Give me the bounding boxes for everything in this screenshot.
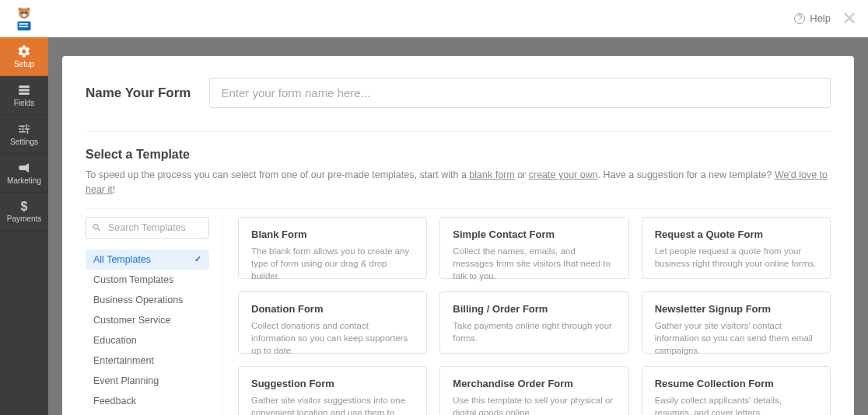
svg-rect-7	[19, 23, 28, 24]
grid-icon	[17, 83, 31, 97]
svg-point-1	[18, 7, 22, 11]
template-card-simple-contact[interactable]: Simple Contact Form Collect the names, e…	[439, 217, 628, 279]
template-desc: Collect the names, emails, and messages …	[453, 245, 615, 282]
category-label: Customer Service	[93, 315, 170, 326]
category-business-operations[interactable]: Business Operations	[86, 290, 209, 310]
svg-rect-11	[19, 92, 30, 95]
category-all-templates[interactable]: All Templates ✓	[86, 249, 209, 270]
search-icon	[92, 222, 102, 232]
name-form-title: Name Your Form	[86, 85, 191, 101]
template-title: Billing / Order Form	[453, 303, 615, 315]
sidebar-item-label: Settings	[10, 138, 38, 146]
app-logo	[11, 5, 37, 32]
category-health-wellness[interactable]: Health & Wellness	[86, 411, 209, 416]
category-label: Education	[93, 335, 137, 346]
category-label: Feedback	[93, 396, 136, 406]
category-feedback[interactable]: Feedback	[86, 391, 209, 411]
dollar-icon: $	[21, 201, 28, 213]
close-button[interactable]: ✕	[842, 9, 857, 28]
template-title: Suggestion Form	[251, 378, 414, 389]
svg-point-3	[21, 12, 23, 13]
svg-rect-6	[18, 21, 31, 30]
help-button[interactable]: ? Help	[794, 12, 831, 24]
help-icon: ?	[794, 13, 805, 24]
template-desc: Let people request a quote from your bus…	[655, 245, 817, 270]
template-card-newsletter[interactable]: Newsletter Signup Form Gather your site …	[642, 291, 831, 354]
search-templates-input[interactable]	[86, 217, 209, 239]
template-desc: Gather your site visitors' contact infor…	[655, 319, 817, 357]
svg-rect-10	[19, 89, 30, 92]
sidebar-item-marketing[interactable]: Marketing	[0, 154, 48, 193]
template-card-billing-order[interactable]: Billing / Order Form Take payments onlin…	[439, 291, 628, 354]
template-title: Blank Form	[251, 228, 414, 240]
template-card-resume[interactable]: Resume Collection Form Easily collect ap…	[642, 366, 831, 416]
sidebar-item-payments[interactable]: $ Payments	[0, 193, 48, 232]
category-label: All Templates	[93, 254, 151, 265]
template-grid: Blank Form The blank form allows you to …	[222, 217, 831, 416]
sidebar: Setup Fields Settings Marketing $ Paymen…	[0, 37, 48, 415]
category-label: Business Operations	[93, 295, 183, 305]
sidebar-item-setup[interactable]: Setup	[0, 37, 48, 76]
template-title: Simple Contact Form	[453, 228, 615, 240]
sidebar-item-settings[interactable]: Settings	[0, 115, 48, 154]
category-customer-service[interactable]: Customer Service	[86, 310, 209, 330]
template-title: Request a Quote Form	[655, 228, 817, 240]
create-your-own-link[interactable]: create your own	[529, 169, 598, 180]
bullhorn-icon	[17, 161, 31, 175]
template-desc: Collect donations and contact informatio…	[251, 319, 414, 357]
template-card-merchandise[interactable]: Merchandise Order Form Use this template…	[439, 366, 628, 416]
category-label: Custom Templates	[93, 274, 173, 285]
template-title: Merchandise Order Form	[453, 378, 615, 389]
category-list: All Templates ✓ Custom Templates Busines…	[86, 249, 209, 416]
sidebar-item-label: Payments	[7, 214, 41, 223]
svg-point-2	[26, 7, 30, 11]
template-card-blank-form[interactable]: Blank Form The blank form allows you to …	[238, 217, 427, 279]
sliders-icon	[17, 122, 31, 136]
category-label: Entertainment	[93, 355, 154, 366]
category-event-planning[interactable]: Event Planning	[86, 371, 209, 391]
category-label: Event Planning	[93, 375, 159, 386]
template-title: Resume Collection Form	[655, 378, 817, 389]
sidebar-item-label: Marketing	[7, 176, 41, 185]
template-card-suggestion[interactable]: Suggestion Form Gather site visitor sugg…	[238, 366, 427, 416]
category-entertainment[interactable]: Entertainment	[86, 350, 209, 371]
template-desc: Gather site visitor suggestions into one…	[251, 394, 414, 416]
template-desc: Use this template to sell your physical …	[453, 394, 615, 416]
select-template-desc: To speed up the process you can select f…	[86, 168, 831, 197]
check-icon: ✓	[194, 254, 201, 264]
template-card-request-quote[interactable]: Request a Quote Form Let people request …	[642, 217, 831, 279]
template-desc: The blank form allows you to create any …	[251, 245, 414, 282]
template-title: Donation Form	[251, 303, 414, 315]
svg-point-5	[22, 14, 26, 16]
svg-rect-9	[19, 85, 30, 88]
template-title: Newsletter Signup Form	[655, 303, 817, 315]
blank-form-link[interactable]: blank form	[469, 169, 514, 180]
template-card-donation[interactable]: Donation Form Collect donations and cont…	[238, 291, 427, 354]
sidebar-item-label: Setup	[14, 60, 34, 68]
category-education[interactable]: Education	[86, 330, 209, 350]
sidebar-item-fields[interactable]: Fields	[0, 76, 48, 115]
category-custom-templates[interactable]: Custom Templates	[86, 270, 209, 290]
template-desc: Take payments online right through your …	[453, 319, 615, 344]
template-desc: Easily collect applicants' details, resu…	[655, 394, 817, 416]
select-template-title: Select a Template	[86, 148, 831, 162]
svg-point-4	[25, 12, 26, 13]
sidebar-item-label: Fields	[14, 99, 35, 107]
help-label: Help	[810, 12, 831, 24]
gear-icon	[17, 44, 31, 58]
form-name-input[interactable]	[209, 78, 831, 108]
svg-rect-8	[19, 26, 28, 27]
